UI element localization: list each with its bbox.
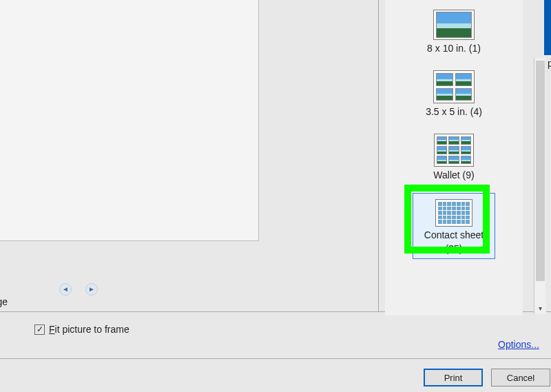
photo-dot-icon bbox=[438, 207, 442, 211]
scrollbar-thumb[interactable] bbox=[536, 61, 545, 281]
photo-dot-icon bbox=[452, 211, 456, 215]
template-3p5x5[interactable]: 3.5 x 5 in. (4) bbox=[392, 66, 516, 121]
photo-dot-icon bbox=[461, 202, 466, 206]
photo-dot-icon bbox=[438, 220, 442, 224]
layout-templates-list: 8 x 10 in. (1) 3.5 x 5 in. (4) bbox=[385, 0, 523, 316]
print-button[interactable]: Print bbox=[424, 369, 483, 386]
photo-icon bbox=[461, 146, 471, 154]
photo-icon bbox=[437, 146, 447, 154]
photo-dot-icon bbox=[438, 202, 442, 206]
photo-icon bbox=[436, 12, 472, 38]
photo-icon bbox=[461, 136, 471, 145]
photo-dot-icon bbox=[457, 202, 461, 206]
photo-dot-icon bbox=[457, 207, 461, 211]
photo-dot-icon bbox=[457, 220, 461, 224]
photo-dot-icon bbox=[466, 211, 470, 215]
photo-dot-icon bbox=[466, 202, 470, 206]
options-link[interactable]: Options... bbox=[498, 339, 539, 350]
template-label: 8 x 10 in. (1) bbox=[427, 43, 481, 54]
preview-panel bbox=[0, 0, 259, 241]
cropped-text-fragment: p bbox=[548, 58, 551, 69]
photo-dot-icon bbox=[466, 220, 470, 224]
photo-dot-icon bbox=[466, 207, 470, 211]
photo-dot-icon bbox=[447, 207, 451, 211]
pager-prev-button[interactable]: ◄ bbox=[59, 283, 72, 296]
photo-icon bbox=[436, 88, 453, 101]
photo-dot-icon bbox=[447, 220, 451, 224]
photo-icon bbox=[455, 73, 472, 86]
photo-icon bbox=[437, 156, 447, 164]
photo-icon bbox=[448, 146, 459, 154]
photo-dot-icon bbox=[461, 211, 466, 215]
checkbox-icon bbox=[34, 324, 45, 335]
template-3p5x5-thumb bbox=[433, 70, 475, 103]
photo-dot-icon bbox=[443, 220, 447, 224]
photo-dot-icon bbox=[438, 211, 442, 215]
photo-icon bbox=[461, 156, 471, 164]
fit-picture-label: Fit picture to frame bbox=[49, 324, 129, 335]
template-label-line2: (35) bbox=[446, 243, 463, 254]
pager-next-button[interactable]: ► bbox=[85, 283, 98, 296]
template-label: 3.5 x 5 in. (4) bbox=[426, 106, 482, 117]
titlebar-fragment bbox=[544, 0, 551, 55]
template-8x10[interactable]: 8 x 10 in. (1) bbox=[392, 6, 516, 58]
photo-dot-icon bbox=[443, 207, 447, 211]
photo-dot-icon bbox=[452, 207, 456, 211]
fit-picture-to-frame-checkbox[interactable]: Fit picture to frame bbox=[34, 324, 129, 335]
template-contact-sheet[interactable]: Contact sheet (35) bbox=[413, 193, 495, 259]
template-label-line1: Contact sheet bbox=[424, 229, 484, 240]
photo-dot-icon bbox=[452, 202, 456, 206]
photo-dot-icon bbox=[443, 211, 447, 215]
photo-dot-icon bbox=[461, 216, 466, 220]
template-contact-sheet-thumb bbox=[435, 199, 472, 227]
photo-icon bbox=[448, 136, 459, 145]
divider-2 bbox=[0, 358, 551, 359]
divider-vertical bbox=[378, 0, 379, 312]
photo-icon bbox=[448, 156, 459, 164]
photo-dot-icon bbox=[452, 216, 456, 220]
dialog-buttons: Print Cancel bbox=[424, 369, 550, 386]
photo-dot-icon bbox=[447, 216, 451, 220]
print-pictures-dialog: p ◄ ► page Fit picture to frame 8 x 10 i… bbox=[0, 0, 551, 392]
photo-dot-icon bbox=[452, 220, 456, 224]
photo-dot-icon bbox=[466, 216, 470, 220]
scrollbar-down-button[interactable]: ▾ bbox=[534, 302, 546, 314]
template-wallet-thumb bbox=[434, 134, 474, 167]
photo-icon bbox=[436, 73, 453, 86]
photo-icon bbox=[455, 88, 472, 101]
photo-icon bbox=[437, 136, 447, 145]
photo-dot-icon bbox=[457, 211, 461, 215]
photo-dot-icon bbox=[461, 207, 466, 211]
pager: ◄ ► page bbox=[0, 279, 193, 307]
templates-scrollbar[interactable]: ▾ bbox=[534, 58, 545, 314]
photo-dot-icon bbox=[457, 216, 461, 220]
cancel-button[interactable]: Cancel bbox=[491, 369, 550, 386]
template-label: Wallet (9) bbox=[433, 169, 474, 180]
photo-dot-icon bbox=[447, 211, 451, 215]
photo-dot-icon bbox=[461, 220, 466, 224]
pager-label: page bbox=[0, 296, 8, 307]
photo-dot-icon bbox=[443, 202, 447, 206]
template-8x10-thumb bbox=[433, 10, 475, 40]
photo-dot-icon bbox=[447, 202, 451, 206]
photo-dot-icon bbox=[438, 216, 442, 220]
photo-dot-icon bbox=[443, 216, 447, 220]
template-wallet[interactable]: Wallet (9) bbox=[392, 130, 516, 185]
